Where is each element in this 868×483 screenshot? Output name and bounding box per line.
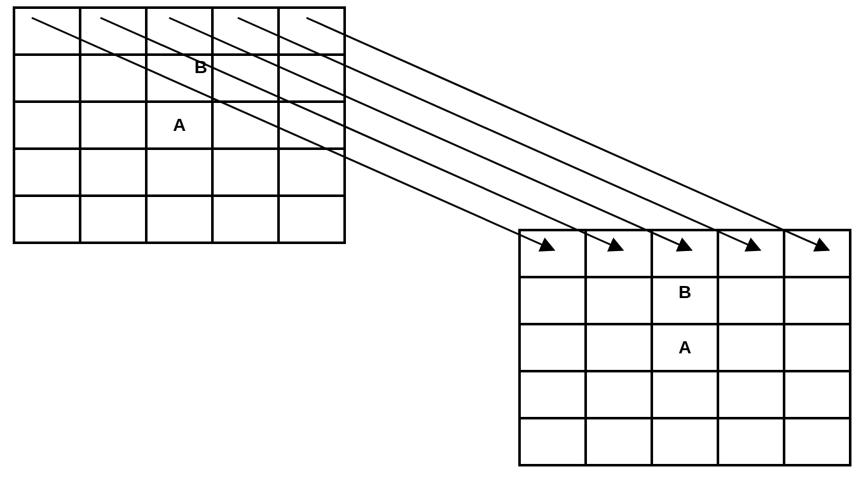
table-row: A (520, 324, 850, 371)
left-grid: B A (13, 6, 346, 244)
table-row (14, 149, 345, 196)
table-row (520, 418, 850, 465)
left-label-A: A (173, 115, 186, 135)
table-row (520, 371, 850, 418)
right-grid: B A (518, 229, 851, 466)
right-label-A: A (679, 337, 691, 358)
table-row (14, 196, 345, 243)
right-label-B: B (679, 282, 691, 303)
arrow-5 (307, 18, 827, 249)
table-row: B (520, 277, 850, 324)
left-label-B: B (195, 57, 207, 78)
table-row: A (14, 102, 345, 149)
table-row (520, 230, 850, 277)
table-row (14, 8, 345, 55)
table-row: B (14, 55, 345, 102)
